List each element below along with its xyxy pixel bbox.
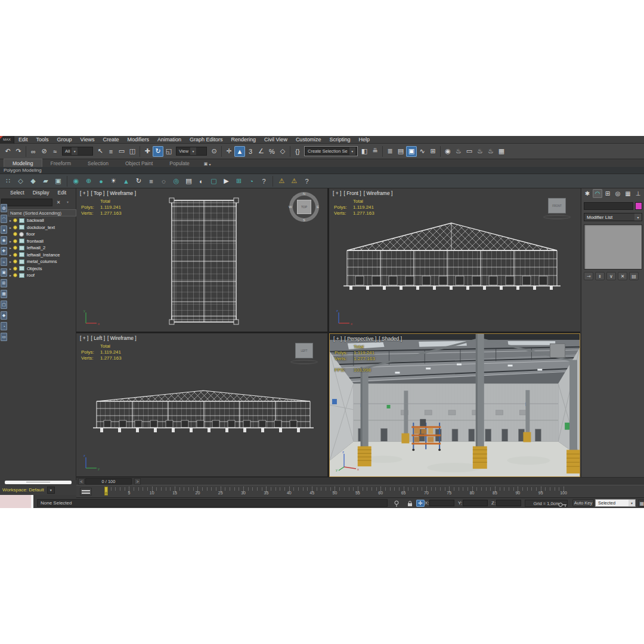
- explorer-helpers-filter-icon[interactable]: ≈: [1, 258, 7, 266]
- percent-snap-icon[interactable]: %: [267, 146, 277, 157]
- visibility-bulb-icon[interactable]: [13, 267, 17, 271]
- rendered-frame-window-icon[interactable]: ▭: [464, 146, 475, 157]
- tree-warning-icon[interactable]: ⚠: [276, 175, 287, 187]
- vertex-mode-icon[interactable]: ∷: [2, 175, 14, 187]
- absolute-relative-coord-icon[interactable]: ✛: [416, 500, 425, 507]
- explorer-h-scrollbar[interactable]: [0, 480, 76, 485]
- schematic-view-icon[interactable]: ⊞: [428, 146, 438, 157]
- named-selection-sets-dropdown[interactable]: Create Selection Se ▾: [305, 147, 357, 156]
- menu-item[interactable]: Group: [53, 137, 76, 143]
- unlink-selection-icon[interactable]: ⊘: [39, 146, 49, 157]
- time-ruler[interactable]: 5101520253035404550556065707580859095100…: [76, 485, 644, 498]
- explorer-cameras-filter-icon[interactable]: ✚: [1, 247, 7, 255]
- explorer-list-item[interactable]: ▸Objects: [8, 265, 76, 273]
- explorer-sort-icon[interactable]: ◍: [1, 204, 7, 212]
- explorer-menu-item[interactable]: Display: [29, 189, 54, 196]
- layer-manager-icon[interactable]: ≣: [385, 146, 395, 157]
- expand-arrow-icon[interactable]: ▸: [8, 239, 13, 243]
- viewport-menu-shading[interactable]: [ Shaded ]: [379, 336, 402, 342]
- ribbon-tab[interactable]: Object Paint: [117, 159, 161, 167]
- viewcube[interactable]: [550, 343, 565, 358]
- mirror-icon[interactable]: ◧: [359, 146, 370, 157]
- light-icon[interactable]: ●: [95, 175, 107, 187]
- menu-item[interactable]: Modifiers: [123, 137, 153, 143]
- workspace-dropdown-button[interactable]: ▾: [47, 487, 55, 494]
- menu-item[interactable]: Help: [354, 137, 374, 143]
- explorer-groups-filter-icon[interactable]: ⊞: [1, 279, 7, 287]
- ribbon-tab[interactable]: Selection: [79, 159, 117, 167]
- select-and-rotate-icon[interactable]: ↻: [153, 146, 163, 157]
- mask-icon[interactable]: ◐: [196, 175, 207, 187]
- selection-set-dropdown[interactable]: Selected ▾: [595, 499, 636, 507]
- ribbon-tab[interactable]: Modeling: [4, 159, 42, 167]
- clear-search-icon[interactable]: ✕: [55, 199, 62, 206]
- polygon-mode-icon[interactable]: ▰: [40, 175, 51, 187]
- next-frame-button[interactable]: >: [134, 478, 141, 485]
- render-production-icon[interactable]: ♨: [475, 146, 485, 157]
- explorer-xrefs-filter-icon[interactable]: ▦: [1, 290, 7, 298]
- explorer-menu-item[interactable]: Select: [6, 189, 29, 196]
- configure-modifier-sets-button[interactable]: ▤: [629, 272, 639, 280]
- page-refresh-icon[interactable]: ↻: [133, 175, 144, 187]
- spinner-snap-icon[interactable]: ◇: [277, 146, 288, 157]
- workspace-label[interactable]: Workspace: Default: [0, 487, 44, 493]
- auto-key-button[interactable]: Auto Key: [572, 499, 594, 507]
- modify-tab-icon[interactable]: ◠: [593, 189, 602, 198]
- explorer-list-item[interactable]: ▸dockdoor_text: [8, 224, 76, 231]
- maxscript-mini-listener[interactable]: [0, 495, 33, 508]
- rectangular-selection-region-icon[interactable]: ▭: [116, 146, 127, 157]
- explorer-geometry-filter-icon[interactable]: ◠: [1, 215, 7, 223]
- menu-item[interactable]: Rendering: [227, 137, 261, 143]
- modifier-stack-list[interactable]: [584, 224, 642, 270]
- create-tab-icon[interactable]: ✱: [583, 189, 592, 198]
- motion-tab-icon[interactable]: ◎: [613, 189, 623, 198]
- display-tab-icon[interactable]: ▦: [623, 189, 633, 198]
- select-object-icon[interactable]: ↖: [95, 146, 106, 157]
- mini-curve-editor-button[interactable]: [80, 488, 92, 496]
- select-and-move-icon[interactable]: ✚: [142, 146, 153, 157]
- application-menu-button[interactable]: MAX: [0, 136, 14, 144]
- bind-to-space-warp-icon[interactable]: ≈: [49, 146, 60, 157]
- object-color-swatch[interactable]: [635, 202, 642, 210]
- menu-item[interactable]: Graph Editors: [185, 137, 227, 143]
- eye-icon[interactable]: ◔: [246, 175, 257, 187]
- viewcube-face[interactable]: TOP: [297, 200, 311, 214]
- set-keys-key-icon[interactable]: [558, 501, 566, 508]
- expand-arrow-icon[interactable]: ▸: [8, 273, 13, 277]
- z-coord-field[interactable]: [496, 500, 521, 506]
- element-mode-icon[interactable]: ▣: [52, 175, 64, 187]
- grid-add-icon[interactable]: ⊞: [233, 175, 244, 187]
- explorer-search-input[interactable]: [1, 199, 52, 206]
- curve-editor-icon[interactable]: ∿: [417, 146, 428, 157]
- expand-arrow-icon[interactable]: ▸: [8, 267, 13, 271]
- selection-lock-icon[interactable]: [405, 500, 414, 507]
- viewcube[interactable]: FRONT: [548, 198, 566, 213]
- notes-page-icon[interactable]: ≡: [145, 175, 157, 187]
- select-and-manipulate-icon[interactable]: ✛: [224, 146, 234, 157]
- explorer-bones-filter-icon[interactable]: ▢: [1, 301, 7, 309]
- viewport-menu-general[interactable]: [ + ]: [333, 190, 341, 196]
- expand-arrow-icon[interactable]: ▸: [8, 253, 13, 257]
- explorer-menu-item[interactable]: Edit: [54, 189, 71, 196]
- menu-item[interactable]: Customize: [292, 137, 326, 143]
- select-and-scale-icon[interactable]: ◱: [163, 146, 174, 157]
- render-grid-icon[interactable]: ▦: [496, 146, 507, 157]
- torus-icon[interactable]: ◎: [171, 175, 182, 187]
- object-name-field[interactable]: [584, 202, 633, 210]
- viewport-top[interactable]: [ + ] [ Top ] [ Wireframe ] Total Polys:…: [76, 188, 327, 332]
- explorer-name-column-header[interactable]: Name (Sorted Ascending): [8, 209, 76, 216]
- ribbon-flyout-button[interactable]: ▣ ▾: [204, 162, 211, 167]
- use-pivot-point-icon[interactable]: ⊙: [209, 146, 219, 157]
- help-icon[interactable]: ?: [258, 175, 270, 187]
- viewport-front[interactable]: [ + ] [ Front ] [ Wireframe ] Total Poly…: [329, 188, 580, 332]
- explorer-shapes-filter-icon[interactable]: ●: [1, 225, 7, 234]
- viewport-menu-shading[interactable]: [ Wireframe ]: [364, 190, 393, 196]
- reference-coordinate-dropdown[interactable]: View ▾: [176, 147, 207, 156]
- visibility-bulb-icon[interactable]: [13, 259, 17, 264]
- ribbon-toggle-icon[interactable]: ▤: [395, 146, 406, 157]
- ribbon-section-title[interactable]: Polygon Modeling: [0, 167, 644, 174]
- visibility-bulb-icon[interactable]: [13, 239, 17, 243]
- viewport-menu-pov[interactable]: [ Left ]: [91, 335, 105, 341]
- viewcube-compass[interactable]: TOP N S E W: [289, 192, 319, 222]
- viewport-menu-general[interactable]: [ + ]: [333, 336, 342, 342]
